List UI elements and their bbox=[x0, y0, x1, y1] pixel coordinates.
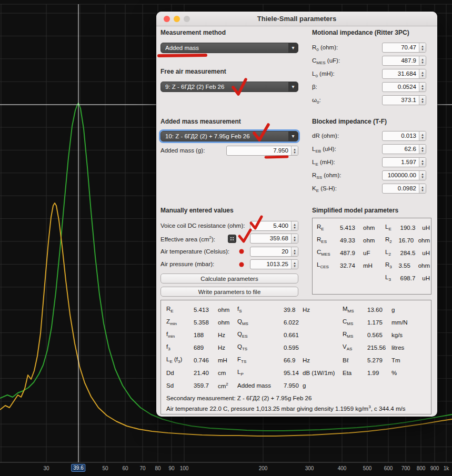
stepper-arrows-icon[interactable] bbox=[419, 83, 426, 92]
leb-label: LEB (uH): bbox=[312, 146, 336, 154]
le-label: LE (mH): bbox=[312, 159, 335, 167]
secondary-measurement-note: Secondary measurement: Z - 6ГД2 (2) + 7.… bbox=[166, 395, 312, 401]
simplified-model-heading: Simplified model parameters bbox=[312, 207, 398, 214]
free-air-measurement-dropdown[interactable]: 9: Z - 6ГД2 (2) Feb 26 bbox=[160, 82, 298, 92]
result-row: f3689Hz bbox=[166, 341, 236, 354]
results-column-1: RE5.413ohm Zmin5.358ohm fmin188Hz f3689H… bbox=[166, 303, 236, 392]
result-row: Zmin5.358ohm bbox=[166, 316, 236, 329]
free-air-measurement-value: 9: Z - 6ГД2 (2) Feb 26 bbox=[165, 82, 286, 92]
results-column-2: fS39.8Hz QMS6.022 QES0.661 QTS0.595 FTS6… bbox=[237, 303, 340, 392]
cmes-label: CMES (uF): bbox=[312, 57, 340, 65]
stepper-arrows-icon[interactable] bbox=[291, 221, 298, 230]
l0-label: L0 (mH): bbox=[312, 70, 335, 78]
parameter-row: RES49.33ohm bbox=[317, 234, 381, 247]
write-parameters-button[interactable]: Write parameters to file bbox=[160, 287, 298, 297]
result-row: CMS1.175mm/N bbox=[343, 316, 428, 329]
parameter-row: CMES487.9uF bbox=[317, 247, 381, 259]
thiele-small-dialog: Thiele-Small parameters Measurement meth… bbox=[156, 12, 437, 417]
free-air-heading: Free air measurement bbox=[160, 68, 226, 75]
calculate-parameters-button[interactable]: Calculate parameters bbox=[160, 274, 298, 283]
air-pressure-spinner[interactable]: 1013.25 bbox=[250, 259, 298, 269]
stepper-arrows-icon[interactable] bbox=[291, 247, 298, 256]
beta-label: β: bbox=[312, 84, 317, 90]
cursor-frequency-readout[interactable]: 39.6 bbox=[71, 464, 85, 472]
result-row: RMS0.565kg/s bbox=[343, 329, 428, 341]
result-row: Sd359.7cm2 bbox=[166, 379, 236, 392]
r0-label: R0 (ohm): bbox=[312, 44, 338, 52]
ke-label: KE (S-H): bbox=[312, 185, 337, 193]
result-row: fmin188Hz bbox=[166, 329, 236, 341]
effective-area-spinner[interactable]: 359.68 bbox=[250, 234, 298, 244]
air-conditions-note: Air temperature 22.0 C, pressure 1,013.2… bbox=[166, 404, 405, 412]
rss-spinner[interactable]: 100000.00 bbox=[382, 170, 426, 180]
air-temperature-spinner[interactable]: 20 bbox=[250, 247, 298, 257]
blocked-impedance-heading: Blocked impedance (T-F) bbox=[312, 118, 387, 125]
dr-spinner[interactable]: 0.013 bbox=[382, 131, 426, 141]
result-row: Dd21.40cm bbox=[166, 367, 236, 379]
stepper-arrows-icon[interactable] bbox=[419, 56, 426, 65]
leb-spinner[interactable]: 62.6 bbox=[382, 144, 426, 154]
parameter-row: L3698.7uH bbox=[385, 272, 430, 285]
result-row: MMS13.60g bbox=[343, 303, 428, 316]
result-row: VAS215.56litres bbox=[343, 341, 428, 354]
results-panel: RE5.413ohm Zmin5.358ohm fmin188Hz f3689H… bbox=[160, 300, 431, 414]
dialog-title: Thiele-Small parameters bbox=[156, 12, 437, 26]
simplified-right-column: LE190.3uH R216.70ohm L2284.5uH R33.55ohm… bbox=[385, 221, 430, 285]
voice-coil-resistance-label: Voice coil DC resistance (ohm): bbox=[160, 222, 245, 229]
simplified-left-column: RE5.413ohm RES49.33ohm CMES487.9uF LCES3… bbox=[317, 221, 381, 272]
measurement-method-heading: Measurement method bbox=[160, 29, 226, 36]
cmes-spinner[interactable]: 487.9 bbox=[382, 56, 426, 66]
results-column-3: MMS13.60g CMS1.175mm/N RMS0.565kg/s VAS2… bbox=[343, 303, 428, 379]
added-mass-measurement-value: 10: Z - 6ГД2 (2) + 7.95g Feb 26 bbox=[165, 131, 286, 141]
result-row: QTS0.595 bbox=[237, 341, 340, 354]
parameter-row: R33.55ohm bbox=[385, 259, 430, 272]
omega0-label: ω0: bbox=[312, 97, 321, 105]
motional-impedance-heading: Motional impedance (Ritter 3PC) bbox=[312, 29, 409, 36]
dialog-titlebar[interactable]: Thiele-Small parameters bbox=[156, 12, 437, 26]
stepper-arrows-icon[interactable] bbox=[419, 43, 426, 52]
stepper-arrows-icon[interactable] bbox=[419, 96, 426, 105]
stepper-arrows-icon[interactable] bbox=[419, 184, 426, 193]
result-row: Eta1.99% bbox=[343, 367, 428, 379]
measurement-method-dropdown[interactable]: Added mass bbox=[160, 43, 298, 53]
manual-values-heading: Manually entered values bbox=[160, 207, 234, 214]
stepper-arrows-icon[interactable] bbox=[419, 69, 426, 78]
r0-spinner[interactable]: 70.47 bbox=[382, 43, 426, 53]
l0-spinner[interactable]: 31.684 bbox=[382, 69, 426, 79]
rss-label: RSS (ohm): bbox=[312, 172, 341, 180]
le-spinner[interactable]: 1.597 bbox=[382, 157, 426, 167]
stepper-arrows-icon[interactable] bbox=[291, 234, 298, 243]
parameter-row: RE5.413ohm bbox=[317, 221, 381, 234]
result-row: FTS66.9Hz bbox=[237, 354, 340, 367]
air-pressure-label: Air pressure (mbar): bbox=[160, 261, 214, 267]
stepper-arrows-icon[interactable] bbox=[419, 171, 426, 180]
added-mass-measurement-dropdown[interactable]: 10: Z - 6ГД2 (2) + 7.95g Feb 26 bbox=[160, 131, 298, 141]
stepper-arrows-icon[interactable] bbox=[291, 146, 298, 155]
parameter-row: R216.70ohm bbox=[385, 234, 430, 247]
ke-spinner[interactable]: 0.0982 bbox=[382, 184, 426, 194]
effective-area-label: Effective area (cm2): bbox=[160, 235, 215, 242]
stepper-arrows-icon[interactable] bbox=[419, 158, 426, 167]
parameter-row: L2284.5uH bbox=[385, 247, 430, 259]
measurement-method-value: Added mass bbox=[165, 43, 286, 53]
air-temperature-label: Air temperature (Celsius): bbox=[160, 248, 229, 255]
result-row: fS39.8Hz bbox=[237, 303, 340, 316]
result-row: Bℓ5.279Tm bbox=[343, 354, 428, 367]
result-row: LP95.14dB (1W/1m) bbox=[237, 367, 340, 379]
added-mass-heading: Added mass measurement bbox=[160, 118, 241, 125]
result-row: QES0.661 bbox=[237, 329, 340, 341]
stepper-arrows-icon[interactable] bbox=[419, 131, 426, 140]
result-row: Added mass7.950g bbox=[237, 379, 340, 392]
added-mass-grams-label: Added mass (g): bbox=[160, 147, 205, 154]
calculator-icon bbox=[230, 237, 235, 241]
stepper-arrows-icon[interactable] bbox=[291, 260, 298, 269]
stepper-arrows-icon[interactable] bbox=[419, 145, 426, 154]
result-row: LE (f3)0.746mH bbox=[166, 354, 236, 367]
parameter-row: LE190.3uH bbox=[385, 221, 430, 234]
effective-area-calculator-button[interactable] bbox=[228, 235, 236, 243]
dr-label: dR (ohm): bbox=[312, 133, 339, 139]
omega0-spinner[interactable]: 373.1 bbox=[382, 95, 426, 105]
voice-coil-resistance-spinner[interactable]: 5.400 bbox=[250, 221, 298, 231]
beta-spinner[interactable]: 0.0524 bbox=[382, 82, 426, 92]
added-mass-grams-spinner[interactable]: 7.950 bbox=[226, 146, 298, 156]
